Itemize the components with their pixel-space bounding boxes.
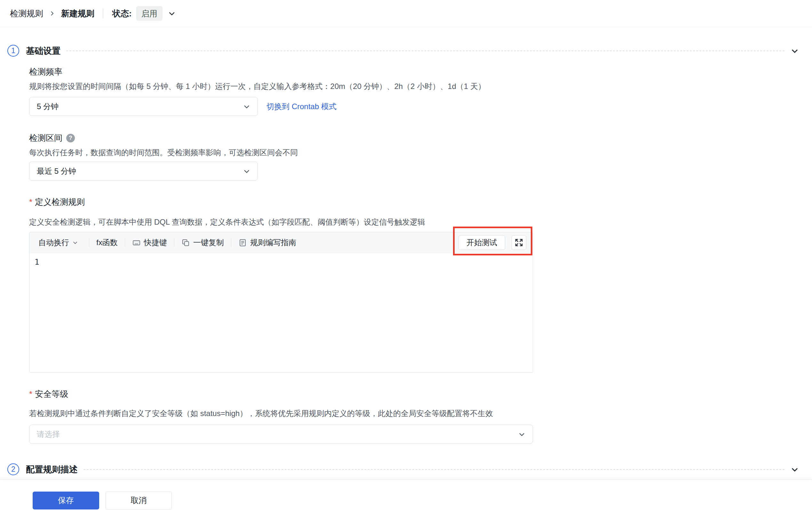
auto-wrap-dropdown[interactable]: 自动换行 bbox=[39, 237, 82, 248]
toolbar-divider bbox=[89, 238, 89, 247]
guide-link[interactable]: 规则编写指南 bbox=[238, 237, 296, 248]
keyboard-icon bbox=[132, 239, 141, 247]
frequency-select[interactable]: 5 分钟 bbox=[29, 97, 258, 116]
section-1-body: 检测频率 规则将按您设置的时间间隔（如每 5 分钟、每 1 小时）运行一次，自定… bbox=[7, 66, 800, 444]
code-editor-input[interactable]: 1 bbox=[29, 253, 533, 372]
toolbar-divider bbox=[231, 238, 231, 247]
section-2-collapse-chevron-icon[interactable] bbox=[790, 465, 800, 475]
save-button[interactable]: 保存 bbox=[32, 492, 99, 509]
line-number: 1 bbox=[34, 257, 39, 267]
section-1-title: 基础设置 bbox=[26, 45, 61, 56]
dotted-divider bbox=[66, 50, 785, 51]
severity-label-row: * 安全等级 bbox=[29, 388, 800, 400]
copy-button[interactable]: 一键复制 bbox=[181, 237, 224, 248]
section-1-header: 1 基础设置 bbox=[7, 45, 800, 56]
document-icon bbox=[238, 239, 247, 247]
frequency-label: 检测频率 bbox=[29, 66, 800, 77]
chevron-right-icon bbox=[48, 9, 56, 17]
shortcuts-label: 快捷键 bbox=[144, 237, 167, 248]
severity-desc: 若检测规则中通过条件判断自定义了安全等级（如 status=high），系统将优… bbox=[29, 408, 800, 418]
cancel-button[interactable]: 取消 bbox=[106, 492, 172, 509]
status-chevron-down-icon[interactable] bbox=[167, 9, 177, 18]
guide-label: 规则编写指南 bbox=[250, 237, 296, 248]
required-marker: * bbox=[29, 197, 32, 207]
dotted-divider bbox=[84, 469, 785, 470]
interval-label-row: 检测区间 ? bbox=[29, 133, 800, 143]
interval-desc: 每次执行任务时，数据查询的时间范围。受检测频率影响，可选检测区间会不同 bbox=[29, 148, 800, 157]
section-2-title: 配置规则描述 bbox=[26, 464, 78, 475]
fullscreen-expand-button[interactable] bbox=[512, 235, 526, 250]
rule-desc: 定义安全检测逻辑，可在脚本中使用 DQL 查询数据，定义条件表达式（如字段匹配、… bbox=[29, 217, 800, 227]
section-1-collapse-chevron-icon[interactable] bbox=[790, 46, 800, 56]
severity-select[interactable]: 请选择 bbox=[29, 425, 533, 444]
toolbar-divider bbox=[125, 238, 125, 247]
toolbar-right-group: 开始测试 bbox=[459, 235, 526, 250]
breadcrumb-bar: 检测规则 新建规则 状态: 启用 bbox=[0, 0, 812, 27]
copy-label: 一键复制 bbox=[193, 237, 224, 248]
rule-label: 定义检测规则 bbox=[35, 197, 85, 207]
chevron-down-icon bbox=[242, 167, 251, 176]
rule-label-row: * 定义检测规则 bbox=[29, 197, 800, 207]
chevron-down-icon bbox=[72, 239, 82, 246]
start-test-button[interactable]: 开始测试 bbox=[459, 235, 505, 250]
breadcrumb-item-new-rule: 新建规则 bbox=[61, 8, 94, 19]
breadcrumb: 检测规则 新建规则 bbox=[10, 8, 94, 19]
fx-functions-button[interactable]: fx函数 bbox=[96, 237, 118, 248]
help-icon[interactable]: ? bbox=[66, 134, 75, 142]
chevron-down-icon bbox=[242, 102, 251, 111]
vertical-divider bbox=[103, 9, 103, 18]
toolbar-divider bbox=[174, 238, 175, 247]
required-marker: * bbox=[29, 388, 32, 400]
status-label: 状态: bbox=[112, 8, 132, 19]
status-badge[interactable]: 启用 bbox=[136, 6, 163, 21]
frequency-select-value: 5 分钟 bbox=[37, 101, 59, 112]
interval-select[interactable]: 最近 5 分钟 bbox=[29, 162, 258, 181]
rule-editor: 自动换行 fx函数 快捷键 bbox=[29, 232, 533, 372]
section-2-step-circle: 2 bbox=[7, 463, 19, 475]
auto-wrap-label: 自动换行 bbox=[39, 237, 69, 248]
chevron-down-icon bbox=[517, 430, 526, 439]
copy-icon bbox=[181, 239, 190, 247]
shortcuts-button[interactable]: 快捷键 bbox=[132, 237, 167, 248]
severity-select-placeholder: 请选择 bbox=[37, 429, 60, 439]
breadcrumb-item-detection-rules[interactable]: 检测规则 bbox=[10, 8, 43, 19]
section-1-step-circle: 1 bbox=[7, 45, 19, 56]
editor-toolbar: 自动换行 fx函数 快捷键 bbox=[29, 232, 533, 253]
section-2-header: 2 配置规则描述 bbox=[7, 463, 800, 475]
severity-label: 安全等级 bbox=[35, 388, 68, 400]
interval-select-value: 最近 5 分钟 bbox=[37, 166, 76, 176]
frequency-desc: 规则将按您设置的时间间隔（如每 5 分钟、每 1 小时）运行一次，自定义输入参考… bbox=[29, 81, 800, 91]
frequency-row: 5 分钟 切换到 Crontab 模式 bbox=[29, 91, 800, 116]
interval-label: 检测区间 bbox=[29, 133, 62, 143]
crontab-mode-link[interactable]: 切换到 Crontab 模式 bbox=[266, 101, 337, 112]
footer-bar: 保存 取消 bbox=[0, 479, 812, 521]
new-rule-page: 检测规则 新建规则 状态: 启用 1 基础设置 检测频率 规则将按您设置的时间间… bbox=[0, 0, 812, 521]
expand-arrows-icon bbox=[514, 238, 524, 247]
form-content: 1 基础设置 检测频率 规则将按您设置的时间间隔（如每 5 分钟、每 1 小时）… bbox=[0, 45, 812, 485]
